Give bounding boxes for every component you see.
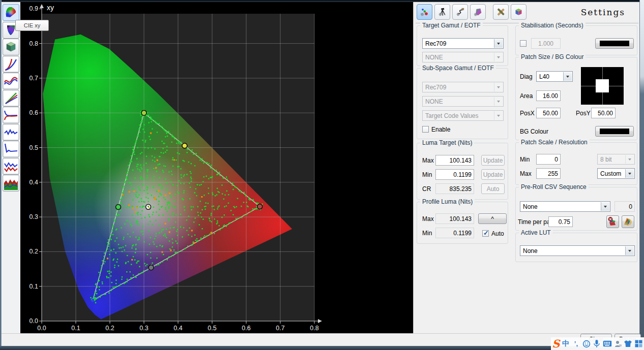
svg-text:0.4: 0.4 (173, 325, 182, 332)
view-eotf-curves-button[interactable] (3, 56, 19, 73)
view-luminance-button[interactable] (3, 141, 19, 157)
view-delta-e-button[interactable] (3, 124, 19, 141)
chevron-down-icon (563, 72, 572, 81)
emoji-icon[interactable] (582, 339, 591, 349)
sub-space-mode-select: Target Code Values (422, 110, 504, 121)
svg-text:0.7: 0.7 (276, 325, 284, 332)
posy-input[interactable] (591, 108, 616, 118)
stabilisation-group: Stabilisation (Seconds) (515, 25, 637, 55)
profile-auto-checkbox[interactable] (482, 230, 489, 237)
gamut-tab-button[interactable] (470, 4, 486, 20)
view-rgb-levels-button[interactable] (3, 107, 19, 123)
delta-e-line-icon (4, 125, 18, 139)
chevron-down-icon (494, 83, 503, 91)
luma-target-label: Luma Target (Nits) (420, 139, 474, 146)
stabilisation-colour-swatch[interactable] (595, 38, 634, 49)
view-rgb-noise-button[interactable] (3, 175, 19, 192)
posy-label: PosY (576, 110, 591, 117)
view-gamut-3d-button[interactable] (3, 39, 19, 55)
target-gamut-group: Target Gamut / EOTF Rec709 NONE (417, 25, 508, 66)
probe-tab-button[interactable] (452, 4, 468, 20)
luma-min-input[interactable] (435, 169, 474, 180)
luma-max-input[interactable] (435, 155, 474, 166)
cr-auto-button: Auto (481, 183, 505, 194)
target-gamut-label: Target Gamut / EOTF (420, 22, 483, 29)
rgb-error-lines-icon (4, 160, 18, 173)
luminance-line-icon (4, 142, 18, 156)
cie-xy-chart: 0.00.10.20.30.40.50.60.70.80.90.00.10.20… (20, 2, 413, 333)
scale-min-input[interactable] (536, 154, 561, 165)
svg-text:0.0: 0.0 (30, 317, 38, 325)
diag-value: L40 (539, 73, 549, 80)
active-lut-group: Active LUT None (515, 233, 637, 262)
view-rgb-balance-button[interactable] (3, 73, 19, 89)
toolbox-icon[interactable] (634, 339, 643, 349)
window-border-top (0, 0, 644, 2)
sub-space-mode-value: Target Code Values (425, 112, 479, 119)
luma-target-group: Luma Target (Nits) Max Update Min Update… (417, 143, 508, 200)
view-cie-xy-button[interactable] (3, 4, 19, 21)
svg-text:xy: xy (47, 4, 54, 12)
svg-text:0.2: 0.2 (30, 248, 38, 255)
scale-mode-select[interactable]: Custom (597, 168, 635, 179)
profile-expand-button[interactable]: ^ (478, 213, 507, 224)
sogou-logo-icon[interactable]: S (552, 339, 560, 349)
bit-depth-value: 8 bit (600, 156, 612, 163)
stabilisation-checkbox[interactable] (520, 40, 526, 47)
sub-space-group: Sub-Space Gamut / EOTF Rec709 NONE Targe… (417, 68, 508, 139)
min-label: Min (422, 171, 432, 178)
skin-icon[interactable] (624, 339, 632, 349)
profiling-tab-button[interactable] (417, 4, 432, 20)
bg-colour-swatch[interactable] (595, 126, 634, 137)
soft-keyboard-icon[interactable] (603, 339, 612, 349)
active-lut-value: None (523, 247, 538, 254)
bit-depth-select: 8 bit (597, 154, 635, 165)
view-rgb-error-button[interactable] (3, 158, 19, 175)
input-method-bar: S 中 ’, (551, 337, 644, 350)
window-border-bottom (0, 346, 644, 350)
chevron-down-icon (625, 155, 634, 164)
posx-input[interactable] (536, 108, 561, 118)
diag-select[interactable]: L40 (536, 71, 573, 82)
preroll-sequence-select[interactable]: None (520, 201, 610, 212)
chevron-down-icon (494, 39, 503, 48)
window-border-right[interactable] (639, 0, 644, 350)
preroll-count-field (614, 201, 635, 212)
active-lut-select[interactable]: None (520, 245, 635, 256)
sub-space-enable-checkbox[interactable] (422, 126, 429, 133)
svg-text:0.3: 0.3 (30, 213, 38, 220)
min-label: Min (520, 156, 530, 163)
cie-xy-plot: 0.00.10.20.30.40.50.60.70.80.90.00.10.20… (20, 2, 413, 333)
area-input[interactable] (536, 90, 561, 101)
application-window: 0.00.10.20.30.40.50.60.70.80.90.00.10.20… (0, 0, 644, 350)
svg-text:0.5: 0.5 (30, 144, 38, 151)
sub-space-gamut-select: Rec709 (422, 82, 504, 92)
stabilisation-label: Stabilisation (Seconds) (519, 22, 586, 29)
view-rgb-ramp-button[interactable] (3, 90, 19, 107)
clear-sequence-button[interactable] (606, 215, 619, 228)
scale-mode-value: Custom (600, 170, 621, 177)
colour-swatch-ink (600, 41, 629, 46)
svg-text:0.8: 0.8 (30, 40, 38, 47)
window-border-left (0, 0, 2, 350)
eotf-curves-icon (4, 57, 18, 71)
punctuation-mode-icon[interactable]: ’, (572, 339, 580, 349)
calibration-tools-button[interactable] (493, 4, 509, 20)
chevron-down-icon (625, 169, 634, 178)
time-per-patch-input[interactable] (548, 216, 573, 227)
profiling-icon (420, 5, 429, 19)
colour-cube-tab-button[interactable] (511, 4, 526, 20)
target-eotf-value: NONE (425, 54, 443, 61)
target-gamut-select[interactable]: Rec709 (422, 38, 504, 49)
chinese-mode-icon[interactable]: 中 (561, 339, 570, 349)
microphone-icon[interactable] (593, 339, 601, 349)
scale-max-input[interactable] (536, 168, 561, 179)
svg-text:0.3: 0.3 (139, 325, 148, 332)
svg-text:0.8: 0.8 (310, 325, 318, 332)
rgb-balance-curves-icon (4, 74, 18, 88)
tripod-tab-button[interactable] (434, 4, 450, 20)
stabilisation-seconds-field (531, 38, 561, 49)
posx-label: PosX (520, 110, 535, 117)
account-icon[interactable] (613, 339, 622, 349)
load-sequence-button[interactable] (622, 215, 634, 228)
